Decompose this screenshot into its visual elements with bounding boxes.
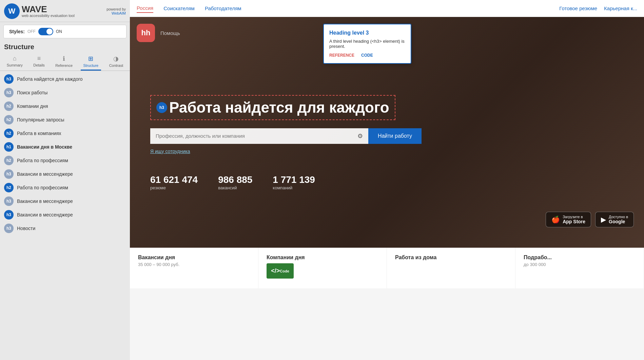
nav-item-employers[interactable]: Работодателям bbox=[205, 4, 241, 13]
section-title: Structure bbox=[0, 41, 130, 53]
tooltip-body: A third level heading (<h3> element) is … bbox=[329, 39, 405, 49]
hero-content: h3 Работа найдется для каждого ⚙ Найти р… bbox=[150, 95, 624, 190]
reference-icon: ℹ bbox=[63, 55, 65, 62]
stat-vacancies-number: 986 885 bbox=[218, 174, 252, 185]
card-title: Вакансии дня bbox=[138, 254, 250, 261]
card-vacancies[interactable]: Вакансии дня 35 000 – 90 000 руб. bbox=[130, 248, 258, 288]
tab-contrast[interactable]: ◑ Contrast bbox=[106, 53, 126, 71]
heading-text: Работа найдется для каждого bbox=[17, 76, 83, 82]
search-input[interactable] bbox=[150, 128, 352, 144]
h3-badge: h3 bbox=[4, 210, 14, 220]
styles-toggle[interactable] bbox=[38, 28, 53, 35]
list-item[interactable]: h3 Вакансии в мессенджере bbox=[0, 167, 130, 181]
h3-badge: h3 bbox=[4, 169, 14, 179]
nav-item-career[interactable]: Карьерная к... bbox=[604, 4, 637, 13]
h2-badge: h2 bbox=[4, 156, 14, 165]
card-remote[interactable]: Работа из дома bbox=[387, 248, 515, 288]
heading-text: Работа по профессиям bbox=[17, 185, 68, 190]
structure-icon: ⊞ bbox=[88, 55, 93, 62]
stat-resumes-label: резюме bbox=[150, 185, 198, 190]
list-item[interactable]: h2 Компании дня bbox=[0, 99, 130, 113]
h3-wave-indicator: h3 bbox=[156, 102, 167, 113]
tooltip-reference-link[interactable]: REFERENCE bbox=[329, 53, 354, 58]
app-store-text: Загрузите в App Store bbox=[563, 215, 585, 224]
wave-logo-text: WAVE web accessibility evaluation tool bbox=[22, 5, 75, 18]
nav-tabs: ⌂ Summary ≡ Details ℹ Reference ⊞ Struct… bbox=[0, 53, 130, 71]
card-parttime[interactable]: Подрабо... до 300 000 bbox=[515, 248, 644, 288]
nav-item-russia[interactable]: Россия bbox=[137, 4, 153, 13]
tab-structure[interactable]: ⊞ Structure bbox=[81, 53, 101, 71]
list-item[interactable]: h3 Вакансии в мессенджере bbox=[0, 194, 130, 208]
card-sub: до 300 000 bbox=[524, 262, 636, 267]
heading-text: Компании дня bbox=[17, 103, 48, 109]
list-item[interactable]: h3 Новости bbox=[0, 222, 130, 235]
list-item[interactable]: h3 Поиск работы bbox=[0, 86, 130, 99]
details-icon: ≡ bbox=[37, 55, 41, 62]
styles-off-label: OFF bbox=[27, 29, 36, 34]
summary-icon: ⌂ bbox=[13, 55, 17, 62]
sidebar-header: W WAVE web accessibility evaluation tool… bbox=[0, 0, 130, 22]
tab-details-label: Details bbox=[33, 63, 45, 67]
stat-companies: 1 771 139 компаний bbox=[273, 174, 315, 190]
code-badge: </> Code bbox=[267, 263, 294, 279]
heading-text: Новости bbox=[17, 226, 35, 231]
wave-subtitle: web accessibility evaluation tool bbox=[22, 14, 75, 18]
tooltip-title: Heading level 3 bbox=[329, 30, 405, 36]
nav-item-resume[interactable]: Готовое резюме bbox=[559, 4, 597, 13]
google-play-text: Доступно в Google bbox=[609, 215, 628, 224]
heading-text: Вакансии в мессенджере bbox=[17, 198, 73, 204]
heading-text: Популярные запросы bbox=[17, 117, 64, 122]
stat-companies-label: компаний bbox=[273, 185, 315, 190]
google-play-button[interactable]: ▶ Доступно в Google bbox=[595, 212, 634, 227]
card-title: Подрабо... bbox=[524, 254, 636, 261]
styles-on-label: ON bbox=[56, 29, 62, 34]
list-item[interactable]: h2 Работа в компаниях bbox=[0, 127, 130, 140]
heading-text: Вакансии дня в Москве bbox=[17, 144, 72, 150]
tooltip-popup: Heading level 3 A third level heading (<… bbox=[323, 24, 411, 64]
app-buttons: 🍎 Загрузите в App Store ▶ Доступно в Goo… bbox=[546, 212, 634, 227]
employer-link[interactable]: Я ищу сотрудника bbox=[150, 149, 624, 154]
h3-badge: h3 bbox=[4, 74, 14, 84]
card-sub: 35 000 – 90 000 руб. bbox=[138, 262, 250, 267]
app-store-button[interactable]: 🍎 Загрузите в App Store bbox=[546, 212, 591, 227]
cards-section: Вакансии дня 35 000 – 90 000 руб. Компан… bbox=[130, 248, 644, 288]
webaim-link[interactable]: WebAIM bbox=[112, 11, 126, 15]
tab-structure-label: Structure bbox=[83, 63, 99, 68]
heading-text: Работа в компаниях bbox=[17, 131, 61, 136]
sidebar: W WAVE web accessibility evaluation tool… bbox=[0, 0, 130, 360]
wave-title: WAVE bbox=[22, 5, 75, 14]
wave-logo-icon: W bbox=[4, 3, 20, 19]
h2-badge: h2 bbox=[4, 129, 14, 138]
h1-badge: h1 bbox=[4, 142, 14, 152]
list-item[interactable]: h2 Работа по профессиям bbox=[0, 154, 130, 167]
tab-summary-label: Summary bbox=[7, 63, 23, 67]
list-item[interactable]: h2 Популярные запросы bbox=[0, 113, 130, 127]
list-item[interactable]: h3 Работа найдется для каждого bbox=[0, 72, 130, 86]
search-filter-button[interactable]: ⚙ bbox=[352, 128, 368, 144]
nav-right: Готовое резюме Карьерная к... bbox=[559, 4, 637, 13]
h3-badge: h3 bbox=[4, 224, 14, 233]
tooltip-code-link[interactable]: CODE bbox=[361, 53, 373, 58]
tab-summary[interactable]: ⌂ Summary bbox=[4, 53, 25, 71]
tab-reference[interactable]: ℹ Reference bbox=[53, 53, 75, 71]
tab-contrast-label: Contrast bbox=[109, 63, 123, 68]
list-item[interactable]: h2 Работа по профессиям bbox=[0, 181, 130, 194]
list-item[interactable]: h3 Вакансии в мессенджере bbox=[0, 208, 130, 222]
main-content: Россия Соискателям Работодателям Готовое… bbox=[130, 0, 644, 360]
hh-help-link[interactable]: Помощь bbox=[160, 30, 180, 36]
stat-resumes-number: 61 621 474 bbox=[150, 174, 198, 185]
list-item[interactable]: h1 Вакансии дня в Москве bbox=[0, 140, 130, 154]
h3-badge: h3 bbox=[4, 196, 14, 206]
contrast-icon: ◑ bbox=[113, 55, 119, 62]
hh-topnav: Россия Соискателям Работодателям Готовое… bbox=[130, 0, 644, 17]
card-title: Компании дня bbox=[267, 254, 378, 261]
heading-text: Вакансии в мессенджере bbox=[17, 212, 73, 217]
nav-item-jobseekers[interactable]: Соискателям bbox=[163, 4, 195, 13]
h2-badge: h2 bbox=[4, 101, 14, 111]
card-companies[interactable]: Компании дня </> Code bbox=[258, 248, 387, 288]
wave-logo: W WAVE web accessibility evaluation tool bbox=[4, 3, 75, 19]
search-button[interactable]: Найти работу bbox=[368, 128, 422, 144]
tab-details[interactable]: ≡ Details bbox=[31, 53, 47, 71]
main-heading-text: Работа найдется для каждого bbox=[169, 99, 389, 116]
heading-text: Работа по профессиям bbox=[17, 158, 68, 163]
